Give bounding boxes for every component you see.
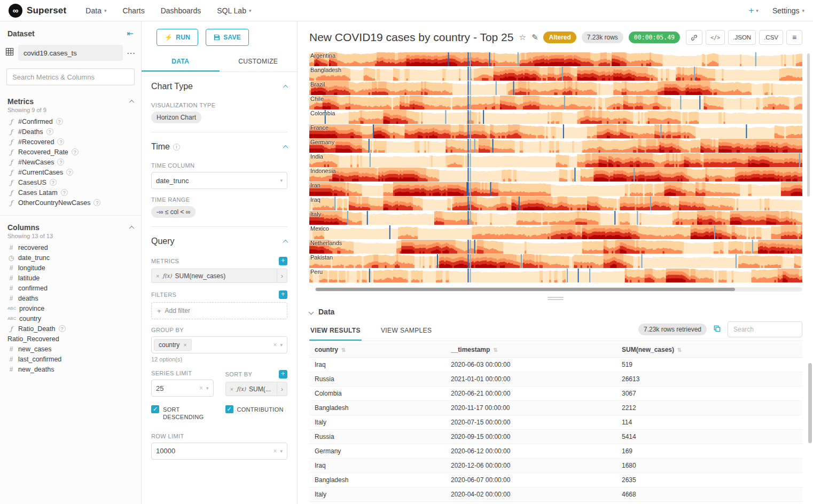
row-limit-select[interactable]: 10000 × ▾: [151, 443, 287, 460]
sort-icon[interactable]: ⇅: [493, 347, 497, 353]
sort-icon[interactable]: ⇅: [677, 347, 682, 353]
tab-data[interactable]: DATA: [142, 52, 220, 72]
column-item[interactable]: ◷date_trunc: [4, 253, 137, 263]
favorite-star-icon[interactable]: ☆: [519, 33, 526, 42]
nav-item-charts[interactable]: Charts: [122, 6, 144, 15]
info-icon: ?: [61, 189, 68, 196]
metric-item[interactable]: ƒCases Latam?: [4, 187, 137, 198]
viz-type-value[interactable]: Horizon Chart: [151, 112, 201, 123]
chevron-up-icon[interactable]: [283, 84, 288, 90]
nav-item-data[interactable]: Data▾: [85, 6, 106, 15]
time-column-select[interactable]: date_trunc ▾: [151, 172, 287, 189]
column-item[interactable]: ƒRatio_Death?: [4, 324, 137, 334]
altered-badge[interactable]: Altered: [543, 32, 576, 43]
save-button[interactable]: SAVE: [206, 29, 249, 46]
embed-code-button[interactable]: </>: [706, 30, 725, 45]
metric-item[interactable]: ƒ#Recovered?: [4, 137, 137, 147]
column-item[interactable]: #recovered: [4, 242, 137, 253]
results-scrollbar[interactable]: [808, 363, 812, 443]
column-item[interactable]: ABCprovince: [4, 303, 137, 313]
brand-name: Superset: [27, 5, 66, 16]
metric-item[interactable]: ƒRecovered_Rate?: [4, 147, 137, 157]
metric-item[interactable]: ƒ#CurrentCases?: [4, 167, 137, 177]
column-item[interactable]: #longitude: [4, 263, 137, 273]
edit-title-icon[interactable]: ✎: [531, 33, 538, 42]
export-csv-button[interactable]: .CSV: [759, 30, 783, 45]
expand-sort-icon[interactable]: ›: [277, 382, 287, 396]
nav-item-dashboards[interactable]: Dashboards: [161, 6, 201, 15]
column-item[interactable]: #new_deaths: [4, 364, 137, 374]
column-header[interactable]: SUM(new_cases)⇅: [616, 342, 802, 357]
column-item[interactable]: #last_confirmed: [4, 354, 137, 364]
scrollbar-thumb[interactable]: [316, 288, 735, 291]
results-search-input[interactable]: [728, 321, 802, 337]
sort-icon[interactable]: ⇅: [341, 347, 346, 353]
clear-icon[interactable]: ×: [273, 341, 277, 349]
chevron-up-icon[interactable]: [129, 99, 135, 105]
column-item[interactable]: ABCcountry: [4, 313, 137, 324]
column-header[interactable]: country⇅: [309, 342, 445, 357]
caret-down-icon: ▾: [280, 342, 283, 348]
chart-type-section-title: Chart Type: [151, 82, 193, 91]
metrics-columns-search-input[interactable]: [6, 68, 135, 85]
chart-menu-button[interactable]: ≡: [786, 30, 802, 45]
column-item[interactable]: Ratio_Recovered: [4, 334, 137, 344]
metric-item[interactable]: ƒ#Confirmed?: [4, 116, 137, 127]
time-range-value[interactable]: -∞ ≤ col < ∞: [151, 206, 196, 218]
number-type-icon: #: [7, 356, 15, 363]
metric-item[interactable]: ƒOtherCountryNewCases?: [4, 198, 137, 208]
contribution-checkbox[interactable]: ✓ CONTRIBUTION: [225, 405, 288, 421]
remove-tag-icon[interactable]: ×: [183, 342, 186, 348]
metric-pill[interactable]: × ƒ(x) SUM(new_cases) ›: [151, 269, 287, 283]
nav-item-sql-lab[interactable]: SQL Lab▾: [217, 6, 251, 15]
add-filter-dropzone[interactable]: + Add filter: [151, 302, 287, 319]
column-item[interactable]: #latitude: [4, 273, 137, 283]
clear-icon[interactable]: ×: [273, 447, 277, 455]
horizon-row: Brazil: [309, 81, 802, 96]
remove-metric-icon[interactable]: ×: [156, 273, 159, 279]
group-by-tag[interactable]: country ×: [154, 339, 192, 351]
remove-sort-icon[interactable]: ×: [230, 386, 233, 392]
function-icon: ƒ: [7, 128, 15, 136]
run-button[interactable]: ⚡ RUN: [157, 29, 198, 46]
series-limit-select[interactable]: 25 × ▾: [151, 380, 214, 397]
clear-icon[interactable]: ×: [199, 384, 203, 392]
tab-view-samples[interactable]: VIEW SAMPLES: [380, 321, 433, 341]
metric-item[interactable]: ƒ#Deaths?: [4, 127, 137, 137]
group-by-select[interactable]: country × × ▾: [151, 336, 287, 353]
new-menu-button[interactable]: + ▾: [748, 5, 758, 16]
metric-item[interactable]: ƒCasesUS?: [4, 177, 137, 187]
tab-view-results[interactable]: VIEW RESULTS: [309, 321, 362, 341]
copy-link-button[interactable]: [686, 30, 702, 45]
chevron-up-icon[interactable]: [283, 145, 288, 150]
sort-descending-checkbox[interactable]: ✓ SORT DESCENDING: [151, 405, 214, 421]
text-type-icon: ABC: [7, 306, 16, 311]
settings-menu-button[interactable]: Settings ▾: [772, 6, 804, 15]
table-row: Italy2020-07-15 00:00:00114: [309, 415, 802, 430]
export-json-button[interactable]: .JSON: [728, 30, 756, 45]
chevron-up-icon[interactable]: [129, 225, 135, 231]
chevron-down-icon: [309, 309, 314, 314]
expand-metric-icon[interactable]: ›: [277, 269, 287, 282]
metric-item[interactable]: ƒ#NewCases?: [4, 157, 137, 167]
copy-data-icon[interactable]: [713, 325, 721, 335]
tab-customize[interactable]: CUSTOMIZE: [220, 52, 298, 72]
data-section-toggle[interactable]: Data: [309, 304, 802, 319]
collapse-panel-icon[interactable]: ⇤: [127, 29, 134, 38]
chart-horizontal-scrollbar[interactable]: [315, 287, 802, 292]
column-item[interactable]: #new_cases: [4, 344, 137, 354]
chevron-up-icon[interactable]: [283, 239, 288, 245]
sort-by-pill[interactable]: × ƒ(x) SUM(... ›: [225, 382, 288, 396]
superset-brand[interactable]: ∞ Superset: [9, 4, 66, 18]
add-metric-button[interactable]: +: [279, 257, 287, 265]
column-item[interactable]: #deaths: [4, 293, 137, 303]
dataset-options-icon[interactable]: ···: [127, 49, 136, 57]
dataset-selector[interactable]: covid19.cases_ts: [18, 45, 123, 61]
add-sort-button[interactable]: +: [279, 370, 287, 379]
column-item[interactable]: #confirmed: [4, 283, 137, 293]
results-table: country⇅__timestamp⇅SUM(new_cases)⇅ Iraq…: [309, 342, 802, 502]
panel-resize-handle[interactable]: [548, 297, 564, 300]
add-filter-button[interactable]: +: [279, 290, 287, 299]
chart-vertical-scrollbar[interactable]: [807, 53, 810, 196]
column-header[interactable]: __timestamp⇅: [445, 342, 616, 357]
